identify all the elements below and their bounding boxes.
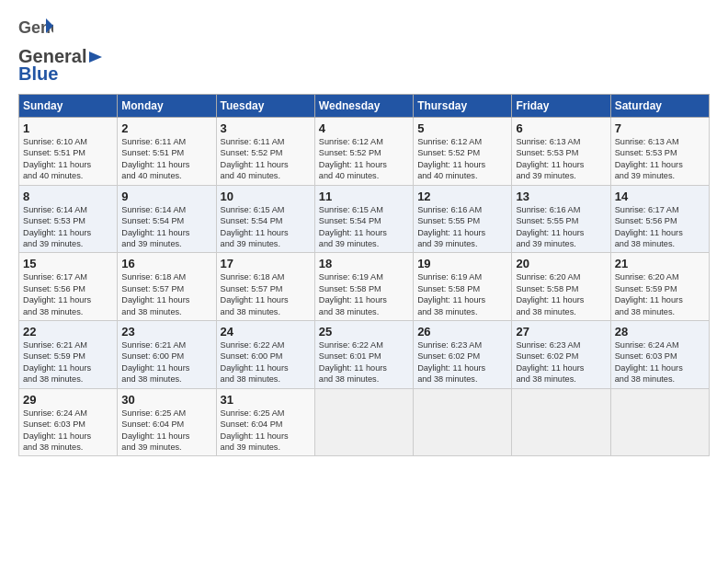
day-number: 25	[319, 325, 409, 339]
day-number: 16	[121, 257, 211, 270]
logo-blue: Blue	[18, 63, 58, 85]
calendar-cell: 18Sunrise: 6:19 AMSunset: 5:58 PMDayligh…	[314, 253, 413, 321]
calendar-cell	[610, 388, 709, 456]
day-info: Sunrise: 6:23 AMSunset: 6:02 PMDaylight:…	[516, 339, 606, 385]
calendar-cell: 4Sunrise: 6:12 AMSunset: 5:52 PMDaylight…	[314, 118, 413, 186]
day-info: Sunrise: 6:19 AMSunset: 5:58 PMDaylight:…	[319, 271, 409, 317]
day-number: 30	[121, 393, 211, 407]
calendar-cell: 16Sunrise: 6:18 AMSunset: 5:57 PMDayligh…	[118, 253, 216, 321]
calendar-cell: 21Sunrise: 6:20 AMSunset: 5:59 PMDayligh…	[610, 253, 709, 321]
day-info: Sunrise: 6:24 AMSunset: 6:03 PMDaylight:…	[615, 339, 705, 385]
calendar-cell	[414, 388, 512, 456]
day-info: Sunrise: 6:11 AMSunset: 5:52 PMDaylight:…	[221, 136, 311, 182]
calendar-week-row: 8Sunrise: 6:14 AMSunset: 5:53 PMDaylight…	[19, 185, 710, 253]
day-info: Sunrise: 6:10 AMSunset: 5:51 PMDaylight:…	[23, 136, 113, 182]
day-info: Sunrise: 6:17 AMSunset: 5:56 PMDaylight:…	[615, 204, 705, 250]
day-info: Sunrise: 6:22 AMSunset: 6:00 PMDaylight:…	[221, 339, 311, 385]
calendar-cell: 26Sunrise: 6:23 AMSunset: 6:02 PMDayligh…	[414, 321, 512, 389]
day-info: Sunrise: 6:23 AMSunset: 6:02 PMDaylight:…	[417, 339, 507, 385]
calendar-cell: 2Sunrise: 6:11 AMSunset: 5:51 PMDaylight…	[118, 118, 216, 186]
calendar-cell: 3Sunrise: 6:11 AMSunset: 5:52 PMDaylight…	[216, 118, 314, 186]
day-number: 17	[221, 257, 311, 270]
day-number: 3	[221, 121, 311, 135]
day-number: 8	[23, 190, 113, 203]
day-info: Sunrise: 6:24 AMSunset: 6:03 PMDaylight:…	[23, 408, 113, 454]
calendar-week-row: 22Sunrise: 6:21 AMSunset: 5:59 PMDayligh…	[19, 321, 710, 389]
calendar-cell: 19Sunrise: 6:19 AMSunset: 5:58 PMDayligh…	[414, 253, 512, 321]
day-number: 22	[23, 325, 113, 339]
day-info: Sunrise: 6:25 AMSunset: 6:04 PMDaylight:…	[221, 408, 311, 454]
day-info: Sunrise: 6:19 AMSunset: 5:58 PMDaylight:…	[417, 271, 507, 317]
day-number: 4	[319, 121, 409, 135]
calendar-cell: 5Sunrise: 6:12 AMSunset: 5:52 PMDaylight…	[414, 118, 512, 186]
day-number: 5	[417, 121, 507, 135]
calendar-cell: 30Sunrise: 6:25 AMSunset: 6:04 PMDayligh…	[118, 388, 216, 456]
calendar-header-row: SundayMondayTuesdayWednesdayThursdayFrid…	[19, 95, 710, 118]
header: General General Blue	[18, 17, 710, 85]
calendar-cell: 22Sunrise: 6:21 AMSunset: 5:59 PMDayligh…	[19, 321, 118, 389]
day-info: Sunrise: 6:12 AMSunset: 5:52 PMDaylight:…	[417, 136, 507, 182]
day-info: Sunrise: 6:15 AMSunset: 5:54 PMDaylight:…	[319, 204, 409, 250]
day-number: 18	[319, 257, 409, 270]
day-number: 12	[417, 190, 507, 203]
day-info: Sunrise: 6:13 AMSunset: 5:53 PMDaylight:…	[615, 136, 705, 182]
calendar-cell: 7Sunrise: 6:13 AMSunset: 5:53 PMDaylight…	[610, 118, 709, 186]
calendar-cell: 15Sunrise: 6:17 AMSunset: 5:56 PMDayligh…	[19, 253, 118, 321]
weekday-header-friday: Friday	[512, 95, 610, 118]
day-info: Sunrise: 6:14 AMSunset: 5:53 PMDaylight:…	[23, 204, 113, 250]
day-info: Sunrise: 6:22 AMSunset: 6:01 PMDaylight:…	[319, 339, 409, 385]
day-number: 1	[23, 121, 113, 135]
calendar-week-row: 1Sunrise: 6:10 AMSunset: 5:51 PMDaylight…	[19, 118, 710, 186]
day-number: 14	[615, 190, 705, 203]
weekday-header-monday: Monday	[118, 95, 216, 118]
day-info: Sunrise: 6:20 AMSunset: 5:59 PMDaylight:…	[615, 271, 705, 317]
calendar-cell	[314, 388, 413, 456]
day-number: 15	[23, 257, 113, 270]
calendar-cell: 11Sunrise: 6:15 AMSunset: 5:54 PMDayligh…	[314, 185, 413, 253]
logo: General General Blue	[18, 17, 105, 85]
day-number: 6	[516, 121, 606, 135]
day-number: 10	[221, 190, 311, 203]
calendar-cell: 6Sunrise: 6:13 AMSunset: 5:53 PMDaylight…	[512, 118, 610, 186]
day-number: 2	[121, 121, 211, 135]
weekday-header-tuesday: Tuesday	[216, 95, 314, 118]
day-number: 9	[121, 190, 211, 203]
day-number: 27	[516, 325, 606, 339]
day-number: 31	[221, 393, 311, 407]
calendar-cell: 13Sunrise: 6:16 AMSunset: 5:55 PMDayligh…	[512, 185, 610, 253]
calendar-cell: 31Sunrise: 6:25 AMSunset: 6:04 PMDayligh…	[216, 388, 314, 456]
day-info: Sunrise: 6:13 AMSunset: 5:53 PMDaylight:…	[516, 136, 606, 182]
calendar-cell: 9Sunrise: 6:14 AMSunset: 5:54 PMDaylight…	[118, 185, 216, 253]
day-info: Sunrise: 6:16 AMSunset: 5:55 PMDaylight:…	[417, 204, 507, 250]
day-info: Sunrise: 6:21 AMSunset: 6:00 PMDaylight:…	[121, 339, 211, 385]
calendar-table: SundayMondayTuesdayWednesdayThursdayFrid…	[18, 94, 710, 456]
calendar-cell	[512, 388, 610, 456]
calendar-cell: 20Sunrise: 6:20 AMSunset: 5:58 PMDayligh…	[512, 253, 610, 321]
day-number: 19	[417, 257, 507, 270]
day-info: Sunrise: 6:11 AMSunset: 5:51 PMDaylight:…	[121, 136, 211, 182]
day-info: Sunrise: 6:16 AMSunset: 5:55 PMDaylight:…	[516, 204, 606, 250]
day-info: Sunrise: 6:25 AMSunset: 6:04 PMDaylight:…	[121, 408, 211, 454]
calendar-cell: 17Sunrise: 6:18 AMSunset: 5:57 PMDayligh…	[216, 253, 314, 321]
day-number: 28	[615, 325, 705, 339]
weekday-header-thursday: Thursday	[414, 95, 512, 118]
calendar-cell: 28Sunrise: 6:24 AMSunset: 6:03 PMDayligh…	[610, 321, 709, 389]
day-info: Sunrise: 6:18 AMSunset: 5:57 PMDaylight:…	[121, 271, 211, 317]
calendar-cell: 12Sunrise: 6:16 AMSunset: 5:55 PMDayligh…	[414, 185, 512, 253]
day-info: Sunrise: 6:12 AMSunset: 5:52 PMDaylight:…	[319, 136, 409, 182]
calendar-cell: 10Sunrise: 6:15 AMSunset: 5:54 PMDayligh…	[216, 185, 314, 253]
day-info: Sunrise: 6:20 AMSunset: 5:58 PMDaylight:…	[516, 271, 606, 317]
calendar-cell: 29Sunrise: 6:24 AMSunset: 6:03 PMDayligh…	[19, 388, 118, 456]
logo-icon: General	[18, 17, 53, 46]
day-info: Sunrise: 6:18 AMSunset: 5:57 PMDaylight:…	[221, 271, 311, 317]
day-number: 20	[516, 257, 606, 270]
day-info: Sunrise: 6:14 AMSunset: 5:54 PMDaylight:…	[121, 204, 211, 250]
weekday-header-wednesday: Wednesday	[314, 95, 413, 118]
calendar-cell: 25Sunrise: 6:22 AMSunset: 6:01 PMDayligh…	[314, 321, 413, 389]
calendar-cell: 8Sunrise: 6:14 AMSunset: 5:53 PMDaylight…	[19, 185, 118, 253]
calendar-cell: 23Sunrise: 6:21 AMSunset: 6:00 PMDayligh…	[118, 321, 216, 389]
day-number: 11	[319, 190, 409, 203]
calendar-cell: 27Sunrise: 6:23 AMSunset: 6:02 PMDayligh…	[512, 321, 610, 389]
day-number: 13	[516, 190, 606, 203]
logo-arrow-icon	[87, 50, 104, 64]
